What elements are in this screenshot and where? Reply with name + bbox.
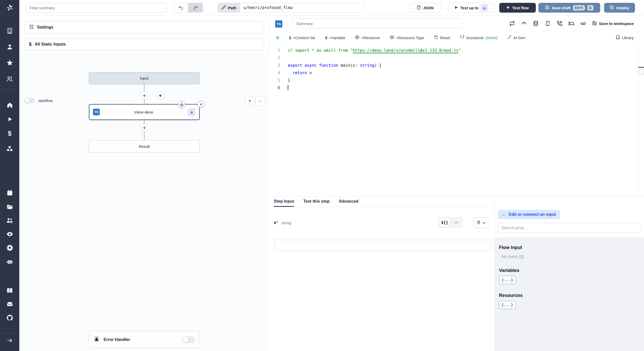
redo-button[interactable] <box>188 3 203 12</box>
error-handler-toggle[interactable] <box>182 336 195 343</box>
add-variable-button[interactable]: $+Variable <box>325 36 345 40</box>
early-stop-gauge-icon[interactable] <box>521 21 527 26</box>
flow-summary-input[interactable] <box>26 3 167 13</box>
book-icon <box>616 35 620 40</box>
add-step-button[interactable] <box>140 124 148 132</box>
windmill-logo-icon[interactable] <box>0 0 19 15</box>
sidebar-home-icon[interactable] <box>0 99 19 111</box>
prop-picker-panel: ← Edit or connect an input Flow Input No… <box>495 196 644 351</box>
variables-object-chip[interactable]: {...} <box>499 276 516 284</box>
lifetime-voicemail-icon[interactable] <box>580 21 586 26</box>
variables-heading: Variables <box>499 268 640 273</box>
file-json-icon <box>417 5 421 10</box>
sidebar-resources-cubes-icon[interactable] <box>0 143 19 154</box>
code-lines[interactable]: // import * as wmill from "https://deno.… <box>284 44 638 196</box>
mock-square-icon[interactable] <box>545 21 550 26</box>
sidebar-expand-arrow-right-icon[interactable] <box>0 335 19 346</box>
resources-object-chip[interactable]: {...} <box>499 301 516 309</box>
connect-input-plug-button[interactable] <box>473 218 488 228</box>
save-draft-button[interactable]: Save draft CtrlS <box>538 3 600 13</box>
sidebar-groups-icon[interactable] <box>0 73 19 84</box>
flow-input-heading: Flow Input <box>499 245 640 250</box>
add-resource-button[interactable]: +Resource <box>355 35 380 40</box>
undo-button[interactable] <box>173 3 188 12</box>
search-prop-input[interactable] <box>498 223 641 233</box>
pencil-icon <box>222 5 226 10</box>
prop-picker-header: ← Edit or connect an input <box>495 196 644 237</box>
topbar: Path JSON Test up to a Test flow Save dr… <box>19 0 644 15</box>
suspend-phone-incoming-icon[interactable] <box>557 21 562 26</box>
sidebar-variables-dollar-icon[interactable]: $ <box>0 128 19 139</box>
windmill-flow-editor: $ <box>0 0 644 351</box>
flow-panel: Settings $ All Static Inputs dataflow + … <box>19 15 269 351</box>
sidebar-runs-play-icon[interactable] <box>0 114 19 125</box>
step-tabs: Step Input Test this step Advanced <box>269 196 495 207</box>
sidebar-github-icon[interactable] <box>0 312 19 323</box>
delete-step-button[interactable] <box>197 101 205 108</box>
script-editor-panel: TS Save to workspace $+Context Var $+Var… <box>269 15 644 196</box>
sidebar-favorites-star-icon[interactable] <box>0 57 19 69</box>
bug-icon <box>94 336 99 343</box>
sidebar-discord-icon[interactable] <box>0 298 19 310</box>
test-up-to-button[interactable]: Test up to a <box>448 3 494 13</box>
flow-canvas[interactable]: dataflow + − Input TS Inline deno <box>19 55 269 351</box>
retries-repeat-icon[interactable] <box>509 21 515 26</box>
sleep-bed-icon[interactable] <box>569 21 574 26</box>
box-icon <box>355 35 359 40</box>
sidebar-audit-eye-icon[interactable] <box>0 228 19 240</box>
flow-node-result[interactable]: Result <box>89 140 200 152</box>
reset-button[interactable]: Reset <box>434 35 450 40</box>
path-input[interactable] <box>240 3 365 12</box>
add-resource-type-button[interactable]: +Resource Type <box>390 35 424 40</box>
editor-overview-ruler[interactable] <box>638 44 644 196</box>
json-button[interactable]: JSON <box>410 3 440 13</box>
editor-actions-row: $+Context Var $+Variable +Resource +Reso… <box>269 31 644 44</box>
sidebar-ai-robot-icon[interactable] <box>0 256 19 267</box>
required-asterisk: * <box>276 220 278 225</box>
step-id-badge: a <box>188 108 196 116</box>
arg-value-editor[interactable] <box>274 239 492 252</box>
dataflow-label: dataflow <box>38 98 53 103</box>
sidebar-workers-groups-gear-icon[interactable] <box>0 215 19 226</box>
flow-settings-button[interactable]: Settings <box>24 21 264 33</box>
code-editor[interactable]: 123456 // import * as wmill from "https:… <box>269 44 638 196</box>
step-detail-panel: Step Input Test this step Advanced x* st… <box>269 196 495 351</box>
sidebar-docs-book-icon[interactable] <box>0 285 19 296</box>
deploy-button[interactable]: Deploy <box>604 3 635 13</box>
sidebar-settings-gear-icon[interactable] <box>0 242 19 253</box>
expr-mode-pill[interactable]: ${} <box>439 218 450 227</box>
ai-gen-button[interactable]: AI Gen <box>507 35 526 40</box>
add-trigger-button[interactable] <box>156 92 164 99</box>
tab-test-this-step[interactable]: Test this step <box>303 196 329 207</box>
add-step-button[interactable] <box>140 92 148 99</box>
sidebar: $ <box>0 0 19 351</box>
sliders-icon <box>29 24 34 30</box>
step-id-badge: a <box>481 4 488 11</box>
assistants-button[interactable]: Assistants (Deno) <box>460 35 497 40</box>
arg-value-input[interactable] <box>276 241 490 250</box>
library-button[interactable]: Library <box>616 35 634 40</box>
cache-database-icon[interactable] <box>533 21 539 26</box>
flow-node-input[interactable]: Input <box>89 72 200 84</box>
sidebar-folders-icon[interactable] <box>0 201 19 212</box>
code-mode-pill[interactable]: <> <box>451 218 462 227</box>
zoom-out-button[interactable]: − <box>256 96 265 106</box>
dataflow-toggle[interactable] <box>24 98 35 103</box>
sidebar-schedules-calendar-icon[interactable] <box>0 187 19 199</box>
edit-or-connect-button[interactable]: ← Edit or connect an input <box>498 210 560 219</box>
move-step-button[interactable] <box>178 101 185 108</box>
tab-step-input[interactable]: Step Input <box>274 196 294 207</box>
ruler-slider <box>638 69 644 75</box>
step-summary-input[interactable] <box>292 19 462 28</box>
error-handler-box[interactable]: Error Handler <box>89 331 200 348</box>
all-static-inputs-button[interactable]: $ All Static Inputs <box>24 38 264 50</box>
save-to-workspace-button[interactable]: Save to workspace <box>592 21 634 26</box>
arg-type: string <box>282 221 291 225</box>
tab-advanced[interactable]: Advanced <box>339 196 358 207</box>
zoom-in-button[interactable]: + <box>245 96 255 106</box>
test-flow-button[interactable]: Test flow <box>499 3 536 13</box>
path-label[interactable]: Path <box>218 3 240 12</box>
add-context-var-button[interactable]: $+Context Var <box>289 36 315 40</box>
sidebar-workspace-icon[interactable] <box>0 25 19 37</box>
sidebar-user-icon[interactable] <box>0 41 19 53</box>
